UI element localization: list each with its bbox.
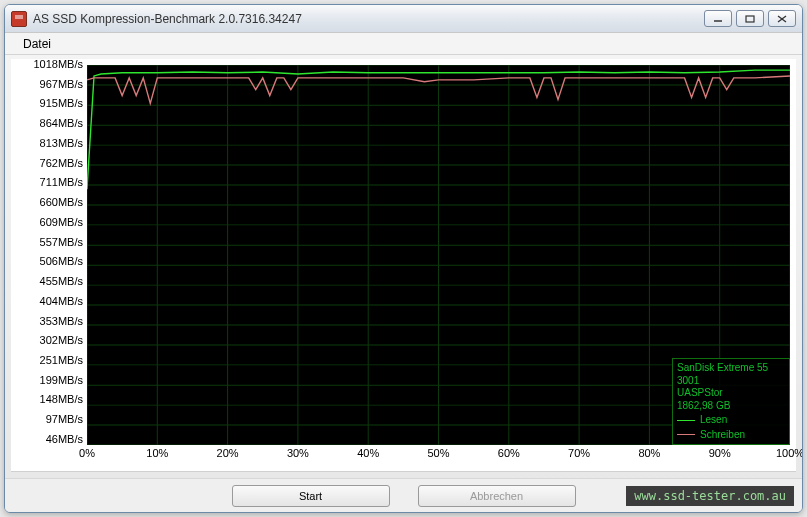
client-area: 1018MB/s967MB/s915MB/s864MB/s813MB/s762M… [11, 59, 796, 472]
y-tick-label: 251MB/s [11, 355, 83, 366]
maximize-icon [745, 15, 755, 23]
y-tick-label: 353MB/s [11, 316, 83, 327]
x-tick-label: 50% [427, 447, 449, 459]
x-tick-label: 100% [776, 447, 803, 459]
y-tick-label: 762MB/s [11, 158, 83, 169]
x-tick-label: 90% [709, 447, 731, 459]
maximize-button[interactable] [736, 10, 764, 27]
app-window: AS SSD Kompression-Benchmark 2.0.7316.34… [4, 4, 803, 513]
minimize-icon [713, 15, 723, 23]
y-tick-label: 506MB/s [11, 256, 83, 267]
window-controls [704, 10, 796, 27]
y-tick-label: 711MB/s [11, 177, 83, 188]
x-tick-label: 60% [498, 447, 520, 459]
y-axis-labels: 1018MB/s967MB/s915MB/s864MB/s813MB/s762M… [11, 59, 87, 445]
x-tick-label: 0% [79, 447, 95, 459]
titlebar: AS SSD Kompression-Benchmark 2.0.7316.34… [5, 5, 802, 33]
x-tick-label: 10% [146, 447, 168, 459]
legend-capacity: 1862,98 GB [677, 400, 785, 413]
legend-write-swatch [677, 434, 695, 435]
y-tick-label: 813MB/s [11, 138, 83, 149]
close-icon [777, 15, 787, 23]
y-tick-label: 455MB/s [11, 276, 83, 287]
y-tick-label: 302MB/s [11, 335, 83, 346]
watermark: www.ssd-tester.com.au [626, 486, 794, 506]
y-tick-label: 97MB/s [11, 414, 83, 425]
app-icon [11, 11, 27, 27]
legend-write-row: Schreiben [677, 429, 785, 442]
chart-area: 1018MB/s967MB/s915MB/s864MB/s813MB/s762M… [11, 59, 796, 471]
y-tick-label: 609MB/s [11, 217, 83, 228]
y-tick-label: 148MB/s [11, 394, 83, 405]
x-tick-label: 20% [217, 447, 239, 459]
start-button[interactable]: Start [232, 485, 390, 507]
close-button[interactable] [768, 10, 796, 27]
x-tick-label: 30% [287, 447, 309, 459]
menubar: Datei [5, 33, 802, 55]
legend-read-label: Lesen [700, 414, 727, 427]
y-tick-label: 967MB/s [11, 79, 83, 90]
y-tick-label: 864MB/s [11, 118, 83, 129]
legend-device: SanDisk Extreme 55 [677, 362, 785, 375]
legend-box: SanDisk Extreme 55 3001 UASPStor 1862,98… [672, 358, 790, 445]
y-tick-label: 1018MB/s [11, 59, 83, 70]
y-tick-label: 557MB/s [11, 237, 83, 248]
menu-file[interactable]: Datei [15, 35, 59, 53]
x-tick-label: 80% [638, 447, 660, 459]
y-tick-label: 404MB/s [11, 296, 83, 307]
legend-write-label: Schreiben [700, 429, 745, 442]
y-tick-label: 660MB/s [11, 197, 83, 208]
svg-rect-1 [746, 16, 754, 22]
window-title: AS SSD Kompression-Benchmark 2.0.7316.34… [33, 12, 704, 26]
legend-read-swatch [677, 420, 695, 421]
legend-model: 3001 [677, 375, 785, 388]
y-tick-label: 199MB/s [11, 375, 83, 386]
y-tick-label: 46MB/s [11, 434, 83, 445]
x-tick-label: 70% [568, 447, 590, 459]
minimize-button[interactable] [704, 10, 732, 27]
cancel-button: Abbrechen [418, 485, 576, 507]
x-tick-label: 40% [357, 447, 379, 459]
legend-controller: UASPStor [677, 387, 785, 400]
legend-read-row: Lesen [677, 414, 785, 427]
x-axis-labels: 0%10%20%30%40%50%60%70%80%90%100% [87, 447, 790, 463]
y-tick-label: 915MB/s [11, 98, 83, 109]
